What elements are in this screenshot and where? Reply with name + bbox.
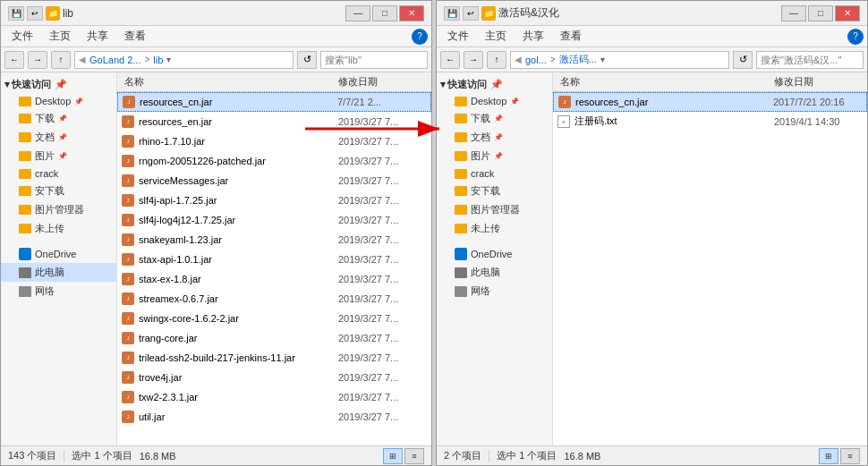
- left-menu-view[interactable]: 查看: [117, 27, 153, 46]
- left-sidebar-imgmgr[interactable]: 图片管理器: [1, 200, 116, 219]
- right-refresh-btn[interactable]: ↺: [733, 51, 753, 69]
- table-row[interactable]: J slf4j-log4j12-1.7.25.jar 2019/3/27 7..…: [117, 210, 431, 230]
- right-search-input[interactable]: [757, 52, 868, 68]
- table-row[interactable]: J serviceMessages.jar 2019/3/27 7...: [117, 171, 431, 191]
- right-menu-home[interactable]: 主页: [478, 27, 514, 46]
- right-up-btn[interactable]: ↑: [487, 51, 506, 69]
- right-sidebar-crack[interactable]: crack: [437, 165, 552, 182]
- left-sidebar-crack[interactable]: crack: [1, 165, 116, 182]
- right-sidebar-imgmgr[interactable]: 图片管理器: [437, 200, 552, 219]
- left-quick-access-header[interactable]: ▾ 快速访问 📌: [1, 76, 116, 93]
- right-sidebar-onedrive[interactable]: OneDrive: [437, 245, 552, 263]
- table-row[interactable]: J resources_en.jar 2019/3/27 7...: [117, 112, 431, 131]
- left-search-input[interactable]: [321, 52, 452, 68]
- right-path-seg2[interactable]: 激活码...: [559, 53, 597, 66]
- left-save-btn[interactable]: 💾: [8, 6, 24, 21]
- right-list-view-btn[interactable]: ≡: [840, 448, 860, 464]
- left-col-name[interactable]: 名称: [121, 75, 338, 89]
- left-undo-btn[interactable]: ↩: [27, 6, 43, 21]
- left-minimize-btn[interactable]: —: [345, 5, 370, 21]
- right-undo-btn[interactable]: ↩: [463, 6, 479, 21]
- left-maximize-btn[interactable]: □: [372, 5, 397, 21]
- right-quick-access-header[interactable]: ▾ 快速访问 📌: [437, 76, 552, 93]
- right-path-seg1[interactable]: gol...: [525, 55, 547, 65]
- right-sidebar-pics[interactable]: 图片 📌: [437, 147, 552, 165]
- left-address-bar: ← → ↑ ◀ GoLand 2... > lib ▾ ↺ 🔍: [1, 47, 431, 72]
- right-col-date[interactable]: 修改日期: [774, 75, 864, 89]
- left-path-seg2[interactable]: lib: [153, 55, 163, 65]
- table-row[interactable]: ≡ 注册码.txt 2019/4/1 14:30: [553, 112, 867, 131]
- right-address-path[interactable]: ◀ gol... > 激活码... ▾: [510, 51, 729, 69]
- left-sidebar-desktop[interactable]: Desktop 📌: [1, 93, 116, 109]
- table-row[interactable]: J slf4j-api-1.7.25.jar 2019/3/27 7...: [117, 191, 431, 210]
- table-row[interactable]: J trang-core.jar 2019/3/27 7...: [117, 328, 431, 348]
- right-col-name[interactable]: 名称: [557, 75, 774, 89]
- left-sidebar-network[interactable]: 网络: [1, 282, 116, 301]
- table-row[interactable]: J trilead-ssh2-build-217-jenkins-11.jar …: [117, 348, 431, 368]
- right-menu-share[interactable]: 共享: [515, 27, 551, 46]
- left-sidebar-download[interactable]: 下载 📌: [1, 109, 116, 128]
- right-back-btn[interactable]: ←: [440, 51, 460, 69]
- table-row[interactable]: J txw2-2.3.1.jar 2019/3/27 7...: [117, 387, 431, 407]
- right-view-toggle: ⊞ ≡: [819, 448, 860, 464]
- right-sidebar-desktop[interactable]: Desktop 📌: [437, 93, 552, 109]
- left-sidebar-upload[interactable]: 未上传: [1, 219, 116, 238]
- left-path-seg1[interactable]: GoLand 2...: [89, 55, 141, 65]
- table-row[interactable]: J resources_cn.jar 7/7/21 2...: [117, 92, 431, 112]
- jar-file-icon: J: [121, 213, 135, 227]
- file-name: stax-ex-1.8.jar: [139, 274, 338, 284]
- left-forward-btn[interactable]: →: [28, 51, 47, 69]
- left-network-icon: [19, 286, 31, 297]
- table-row[interactable]: J swingx-core-1.6.2-2.jar 2019/3/27 7...: [117, 309, 431, 328]
- left-help-btn[interactable]: ?: [412, 29, 428, 45]
- jar-file-icon: J: [121, 233, 135, 247]
- right-help-btn[interactable]: ?: [847, 29, 864, 45]
- table-row[interactable]: J snakeyaml-1.23.jar 2019/3/27 7...: [117, 230, 431, 250]
- left-sidebar-docs[interactable]: 文档 📌: [1, 128, 116, 147]
- table-row[interactable]: J resources_cn.jar 2017/7/21 20:16: [553, 92, 867, 112]
- right-docs-label: 文档: [471, 131, 490, 144]
- right-maximize-btn[interactable]: □: [808, 5, 833, 21]
- left-close-btn[interactable]: ✕: [399, 5, 424, 21]
- table-row[interactable]: J stax-api-1.0.1.jar 2019/3/27 7...: [117, 250, 431, 269]
- jar-file-icon: J: [121, 292, 135, 306]
- left-back-btn[interactable]: ←: [4, 51, 24, 69]
- file-name: slf4j-api-1.7.25.jar: [139, 195, 338, 206]
- left-address-path[interactable]: ◀ GoLand 2... > lib ▾: [74, 51, 294, 69]
- right-sidebar-anxia[interactable]: 安下载: [437, 182, 552, 200]
- table-row[interactable]: J streamex-0.6.7.jar 2019/3/27 7...: [117, 289, 431, 309]
- right-close-btn[interactable]: ✕: [835, 5, 860, 21]
- table-row[interactable]: J trove4j.jar 2019/3/27 7...: [117, 368, 431, 387]
- table-row[interactable]: J util.jar 2019/3/27 7...: [117, 407, 431, 427]
- right-path-dropdown[interactable]: ▾: [600, 55, 605, 64]
- table-row[interactable]: J stax-ex-1.8.jar 2019/3/27 7...: [117, 269, 431, 289]
- left-path-dropdown[interactable]: ▾: [166, 55, 171, 64]
- left-menu-share[interactable]: 共享: [80, 27, 115, 46]
- left-menu-file[interactable]: 文件: [4, 27, 40, 46]
- right-menu-file[interactable]: 文件: [440, 27, 476, 46]
- left-col-date[interactable]: 修改日期: [338, 75, 428, 89]
- right-forward-btn[interactable]: →: [464, 51, 483, 69]
- left-search-box[interactable]: 🔍: [320, 51, 428, 69]
- right-search-box[interactable]: 🔍: [756, 51, 864, 69]
- left-list-view-btn[interactable]: ≡: [404, 448, 424, 464]
- left-sidebar-anxia[interactable]: 安下载: [1, 182, 116, 200]
- right-sidebar-network[interactable]: 网络: [437, 282, 552, 301]
- left-sidebar-onedrive[interactable]: OneDrive: [1, 245, 116, 263]
- left-refresh-btn[interactable]: ↺: [297, 51, 317, 69]
- left-menu-home[interactable]: 主页: [42, 27, 78, 46]
- right-minimize-btn[interactable]: —: [781, 5, 806, 21]
- left-grid-view-btn[interactable]: ⊞: [383, 448, 403, 464]
- right-sidebar-upload[interactable]: 未上传: [437, 219, 552, 238]
- table-row[interactable]: J rngom-20051226-patched.jar 2019/3/27 7…: [117, 151, 431, 171]
- right-sidebar-docs[interactable]: 文档 📌: [437, 128, 552, 147]
- right-save-btn[interactable]: 💾: [444, 6, 460, 21]
- right-sidebar-download[interactable]: 下载 📌: [437, 109, 552, 128]
- right-grid-view-btn[interactable]: ⊞: [819, 448, 838, 464]
- right-sidebar-pc[interactable]: 此电脑: [437, 263, 552, 282]
- left-sidebar-pc[interactable]: 此电脑: [1, 263, 116, 282]
- table-row[interactable]: J rhino-1.7.10.jar 2019/3/27 7...: [117, 131, 431, 151]
- right-menu-view[interactable]: 查看: [553, 27, 589, 46]
- left-sidebar-pics[interactable]: 图片 📌: [1, 147, 116, 165]
- left-up-btn[interactable]: ↑: [51, 51, 71, 69]
